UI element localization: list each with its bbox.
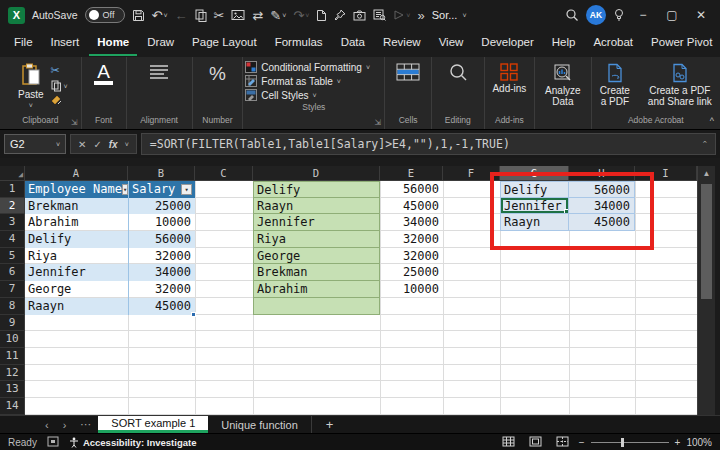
paste-picture-icon[interactable] bbox=[231, 9, 245, 21]
tab-acrobat[interactable]: Acrobat bbox=[585, 31, 641, 56]
row-header-13[interactable]: 13 bbox=[0, 381, 25, 398]
cell-b7[interactable]: 32000 bbox=[128, 281, 195, 298]
cell-d1[interactable]: Delify bbox=[253, 181, 380, 198]
styles-dialog-launcher[interactable]: ⇲ bbox=[373, 118, 382, 127]
tab-home[interactable]: Home bbox=[89, 31, 137, 56]
row-header-12[interactable]: 12 bbox=[0, 365, 25, 382]
normal-view-icon[interactable] bbox=[502, 436, 515, 449]
cut-button[interactable]: ✂ bbox=[51, 64, 68, 77]
refresh-icon[interactable]: ⇄ bbox=[252, 9, 263, 22]
copy-icon[interactable] bbox=[195, 9, 207, 22]
table-resize-handle[interactable] bbox=[191, 312, 196, 317]
format-as-table-button[interactable]: Format as Table˅ bbox=[245, 75, 380, 87]
collapse-ribbon-icon[interactable]: ^ bbox=[710, 116, 714, 126]
cell-d4[interactable]: Riya bbox=[253, 231, 380, 248]
alignment-menu-button[interactable] bbox=[143, 61, 175, 83]
analyze-data-button[interactable]: AnalyzeData bbox=[540, 61, 586, 109]
format-painter-button[interactable] bbox=[51, 95, 68, 106]
qat-overflow-icon[interactable]: » bbox=[417, 9, 424, 22]
accessibility-status[interactable]: Accessibility: Investigate bbox=[69, 437, 197, 448]
row-header-2[interactable]: 2 bbox=[0, 198, 25, 215]
cell-b3[interactable]: 10000 bbox=[128, 214, 195, 231]
col-header-a[interactable]: A bbox=[25, 166, 128, 181]
cell-a2[interactable]: Brekman bbox=[25, 198, 128, 215]
cell-b2[interactable]: 25000 bbox=[128, 198, 195, 215]
lightbulb-icon[interactable] bbox=[613, 8, 625, 22]
minimize-button[interactable]: − bbox=[632, 8, 654, 22]
cell-e8[interactable] bbox=[380, 298, 443, 315]
cell-a8[interactable]: Raayn bbox=[25, 298, 128, 315]
tab-draw[interactable]: Draw bbox=[139, 31, 182, 56]
tab-developer[interactable]: Developer bbox=[473, 31, 541, 56]
cell-a4[interactable]: Delify bbox=[25, 231, 128, 248]
row-header-8[interactable]: 8 bbox=[0, 298, 25, 315]
font-menu-button[interactable]: A bbox=[89, 61, 118, 87]
conditional-formatting-button[interactable]: Conditional Formatting˅ bbox=[245, 61, 380, 73]
cell-b8[interactable]: 45000 bbox=[128, 298, 195, 315]
filter-icon[interactable]: ▾ bbox=[181, 184, 192, 195]
zoom-out-button[interactable]: − bbox=[579, 437, 585, 448]
tab-formulas[interactable]: Formulas bbox=[267, 31, 331, 56]
autosave-toggle[interactable]: Off bbox=[85, 7, 125, 23]
create-pdf-share-button[interactable]: Create a PDFand Share link bbox=[643, 61, 717, 109]
tab-insert[interactable]: Insert bbox=[43, 31, 88, 56]
insert-function-icon[interactable]: fx bbox=[109, 139, 118, 150]
number-menu-button[interactable]: % bbox=[204, 61, 231, 87]
pen-dropdown-icon[interactable]: ˅ bbox=[282, 12, 286, 19]
row-header-1[interactable]: 1 bbox=[0, 181, 25, 198]
tab-file[interactable]: File bbox=[6, 31, 41, 56]
editing-menu-button[interactable] bbox=[443, 61, 473, 85]
excel-logo-icon[interactable]: X bbox=[8, 7, 25, 24]
account-avatar[interactable]: AK bbox=[586, 5, 606, 25]
cancel-entry-icon[interactable]: ✕ bbox=[78, 139, 86, 150]
next-sheet-button[interactable]: › bbox=[56, 416, 74, 433]
clipboard-dialog-launcher[interactable]: ⇲ bbox=[70, 118, 79, 127]
zoom-in-button[interactable]: + bbox=[675, 437, 681, 448]
camera-icon[interactable] bbox=[353, 10, 366, 21]
tab-data[interactable]: Data bbox=[333, 31, 373, 56]
maximize-button[interactable]: ▢ bbox=[661, 8, 683, 22]
cells-menu-button[interactable] bbox=[391, 61, 425, 83]
row-header-5[interactable]: 5 bbox=[0, 248, 25, 265]
namebox-dropdown-icon[interactable]: ˅ bbox=[56, 141, 60, 148]
cut-icon[interactable]: ✂ bbox=[214, 9, 225, 22]
add-sheet-button[interactable]: + bbox=[312, 416, 348, 433]
row-header-10[interactable]: 10 bbox=[0, 331, 25, 348]
cell-d8[interactable] bbox=[253, 298, 380, 315]
cell-d5[interactable]: George bbox=[253, 248, 380, 265]
confirm-entry-icon[interactable]: ✓ bbox=[93, 139, 101, 150]
tab-review[interactable]: Review bbox=[375, 31, 429, 56]
tab-page-layout[interactable]: Page Layout bbox=[184, 31, 265, 56]
new-file-icon[interactable] bbox=[316, 9, 327, 22]
col-header-c[interactable]: C bbox=[195, 166, 253, 181]
tab-help[interactable]: Help bbox=[544, 31, 584, 56]
fx-dropdown-icon[interactable]: ˅ bbox=[125, 141, 129, 148]
row-header-6[interactable]: 6 bbox=[0, 264, 25, 281]
cell-e5[interactable]: 32000 bbox=[380, 248, 443, 265]
page-break-view-icon[interactable] bbox=[556, 436, 569, 449]
paste-button[interactable]: Paste˅ bbox=[13, 61, 49, 111]
cell-e4[interactable]: 32000 bbox=[380, 231, 443, 248]
select-all-button[interactable]: ◢ bbox=[0, 166, 25, 181]
cell-a6[interactable]: Jennifer bbox=[25, 264, 128, 281]
cell-a5[interactable]: Riya bbox=[25, 248, 128, 265]
tab-view[interactable]: View bbox=[431, 31, 472, 56]
row-header-7[interactable]: 7 bbox=[0, 281, 25, 298]
cell-d2[interactable]: Raayn bbox=[253, 198, 380, 215]
vertical-scrollbar[interactable]: ▲ bbox=[697, 166, 715, 415]
cell-e2[interactable]: 45000 bbox=[380, 198, 443, 215]
vertical-scroll-thumb[interactable] bbox=[701, 184, 712, 299]
cell-a3[interactable]: Abrahim bbox=[25, 214, 128, 231]
save-icon[interactable] bbox=[132, 9, 145, 22]
name-box[interactable]: G2˅ bbox=[4, 134, 66, 154]
sheet-tab-sort-example[interactable]: SORT example 1 bbox=[98, 416, 208, 433]
cell-b5[interactable]: 32000 bbox=[128, 248, 195, 265]
formula-bar-expand-icon[interactable]: ^ bbox=[703, 140, 707, 148]
close-button[interactable]: ✕ bbox=[690, 8, 712, 22]
macro-record-icon[interactable] bbox=[47, 436, 59, 449]
zoom-level[interactable]: 100% bbox=[686, 437, 712, 448]
row-header-11[interactable]: 11 bbox=[0, 348, 25, 365]
prev-sheet-button[interactable]: ‹ bbox=[38, 416, 56, 433]
cell-b6[interactable]: 34000 bbox=[128, 264, 195, 281]
lookup-book-icon[interactable] bbox=[373, 9, 386, 21]
